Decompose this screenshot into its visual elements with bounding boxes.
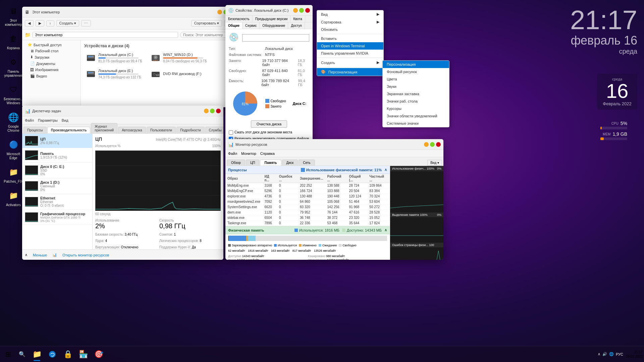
taskbar-store[interactable]: 🏪	[76, 347, 91, 362]
taskbar-file-explorer[interactable]: 📁	[30, 347, 44, 362]
rm-menu-help[interactable]: Справка	[260, 152, 275, 156]
ctx-paste[interactable]: Вставить	[317, 35, 383, 42]
ctx-view[interactable]: Вид ▶	[317, 10, 383, 18]
tab-services[interactable]: Службы	[205, 127, 223, 133]
open-monitor-link[interactable]: Открыть монитор ресурсов	[62, 253, 109, 257]
rm-tab-cpu[interactable]: ЦП	[246, 160, 260, 166]
dp-minimize-button[interactable]	[293, 8, 298, 13]
tab-startup[interactable]: Автозагрузка	[118, 127, 146, 133]
rm-maximize-button[interactable]	[430, 142, 435, 147]
tm-item-disk0[interactable]: Диск 0 (C: E:) SSD0%	[22, 163, 92, 178]
tm-item-cpu[interactable]: ЦП 2% 0,98 ГГц	[22, 134, 92, 148]
taskbar-lock[interactable]: 🔒	[60, 347, 75, 362]
collapse-icon[interactable]: ∧	[384, 168, 387, 172]
rm-tab-network[interactable]: Сеть	[299, 160, 315, 166]
rm-menu-monitor[interactable]: Монитор	[241, 152, 256, 156]
ctx-terminal[interactable]: Open in Windows Terminal	[317, 42, 383, 50]
disk-label-input[interactable]	[242, 34, 309, 42]
rm-menu-file[interactable]: Файл	[228, 152, 237, 156]
dp-maximize-button[interactable]	[299, 8, 304, 13]
tm-minimize-button[interactable]	[204, 109, 209, 113]
patches-icon: 📁	[7, 166, 20, 179]
dp-close-button[interactable]	[305, 8, 310, 13]
ps-screensaver[interactable]: Экранная заставка	[383, 90, 449, 98]
dp-tab-service[interactable]: Сервис	[243, 22, 260, 29]
less-button[interactable]: Меньше	[33, 253, 47, 257]
rm-view-button[interactable]: Вид ▾	[427, 160, 442, 166]
tm-item-ethernet[interactable]: Ethernet EthernetО: 0 П: 0 кбит/с	[22, 194, 92, 210]
rm-tab-disk[interactable]: Диск	[282, 160, 298, 166]
systray-sound[interactable]: 🔊	[602, 352, 607, 356]
tab-app-history[interactable]: Журнал приложений	[91, 123, 117, 133]
rm-tab-memory[interactable]: Память	[260, 160, 281, 166]
sidebar-quick-access[interactable]: ⭐ Быстрый доступ	[22, 42, 80, 48]
ps-colors[interactable]: Цвета	[383, 75, 449, 83]
tab-processes[interactable]: Процессы	[23, 127, 47, 133]
disk-e-item[interactable]: Локальный диск (E:) 74,3 ГБ свободно из …	[84, 67, 146, 80]
dp-tab-quota[interactable]: Квота	[290, 16, 305, 22]
rm-tab-overview[interactable]: Обзор	[227, 160, 245, 166]
ps-system-icons[interactable]: Системные значки	[383, 120, 449, 127]
taskbar-edge[interactable]	[45, 347, 60, 362]
sidebar-documents[interactable]: 📄 Документы	[22, 60, 80, 67]
tm-item-disk1[interactable]: Диск 1 (D:) Сменный0%	[22, 178, 92, 194]
ps-wallpaper[interactable]: Фоновый рисунок	[383, 68, 449, 75]
toolbar-sort[interactable]: Сортировать ▾	[191, 20, 222, 26]
address-input[interactable]	[33, 32, 178, 38]
ps-sounds[interactable]: Звуки	[383, 83, 449, 90]
tm-item-gpu[interactable]: Графический процессор NVIDIA GeForce GTX…	[22, 210, 92, 225]
context-menu: Вид ▶ Сортировка ▶ Обновить Вставить Ope…	[317, 10, 384, 76]
taskbar-search-button[interactable]: 🔍	[16, 348, 28, 360]
personalization-submenu: Персонализация Фоновый рисунок Цвета Зву…	[382, 60, 449, 127]
taskbar-clock[interactable]: 21:17 16.02.2022	[626, 350, 643, 359]
tm-menu-view[interactable]: Вид	[62, 118, 68, 122]
tab-performance[interactable]: Производительность	[47, 127, 91, 133]
dp-tab-access[interactable]: Доступ	[288, 22, 305, 29]
toolbar-more[interactable]: ⋯	[81, 20, 91, 26]
ctx-sort[interactable]: Сортировка ▶	[317, 18, 383, 26]
rm-close-button[interactable]	[436, 142, 441, 147]
ctx-create[interactable]: Создать ▶	[317, 59, 383, 66]
systray-lang[interactable]: РУС	[616, 352, 623, 356]
ctx-refresh[interactable]: Обновить	[317, 26, 383, 33]
tab-users[interactable]: Пользователи	[147, 127, 176, 133]
toolbar-up[interactable]: ↑	[46, 20, 54, 26]
ctx-nvidia[interactable]: Панель управления NVIDIA	[317, 50, 383, 57]
compress-checkbox[interactable]	[229, 130, 233, 135]
minimize-button[interactable]	[217, 10, 222, 14]
disk-c-item[interactable]: Локальный диск (C:) 81,0 ГБ свободно из …	[84, 51, 146, 64]
systray-chevron[interactable]: ∧	[598, 352, 600, 356]
tm-menu-file[interactable]: Файл	[25, 118, 34, 122]
sidebar-videos[interactable]: 🎬 Видео	[22, 73, 80, 79]
dvd-item[interactable]: DVD DVD RW дисковод (F:)	[149, 67, 211, 80]
toolbar-forward[interactable]: ▶	[36, 20, 44, 26]
dp-tab-previous[interactable]: Предыдущие версии	[253, 16, 291, 22]
tm-close-button[interactable]	[216, 109, 221, 113]
start-button[interactable]: ⊞	[0, 346, 16, 362]
ps-desktop-icons[interactable]: Значки раб. стола	[383, 98, 449, 105]
sidebar-pictures[interactable]: 🖼 Изображения	[22, 67, 80, 73]
ctx-personalization[interactable]: 🎨 Персонализация	[317, 68, 383, 76]
tm-menu-params[interactable]: Параметры	[38, 118, 58, 122]
ps-personalization[interactable]: Персонализация	[383, 61, 449, 68]
toolbar-create[interactable]: Создать ▾	[56, 20, 79, 26]
dp-tab-general[interactable]: Общие	[225, 22, 243, 29]
phys-mem-collapse-icon[interactable]: ∧	[384, 228, 387, 232]
dp-tab-security[interactable]: Безопасность	[225, 16, 253, 22]
rm-minimize-button[interactable]	[424, 142, 429, 147]
ps-notif-icons[interactable]: Значки области уведомлений	[383, 112, 449, 120]
dp-tab-hardware[interactable]: Оборудование	[260, 22, 288, 29]
tab-details[interactable]: Подробности	[176, 127, 204, 133]
tm-item-memory[interactable]: Память 1,9/15,9 ГБ (12%)	[22, 148, 92, 163]
show-desktop-button[interactable]	[643, 346, 644, 362]
sidebar-desktop[interactable]: 🖥 Рабочий стол	[22, 48, 80, 54]
disk-d-item[interactable]: WIN7 WIN7_WIN10 (D:) 8,04 ГБ свободно из…	[149, 51, 211, 64]
clean-disk-button[interactable]: Очистка диска	[251, 120, 287, 128]
ps-cursors[interactable]: Курсоры	[383, 105, 449, 112]
systray-network[interactable]: 🌐	[609, 352, 614, 356]
toolbar-back[interactable]: ◀	[25, 20, 34, 26]
tm-maximize-button[interactable]	[210, 109, 215, 113]
sidebar-downloads[interactable]: ⬇ Загрузки	[22, 54, 80, 60]
taskbar-extra[interactable]: 🎯	[91, 347, 106, 362]
search-input[interactable]	[180, 32, 227, 38]
